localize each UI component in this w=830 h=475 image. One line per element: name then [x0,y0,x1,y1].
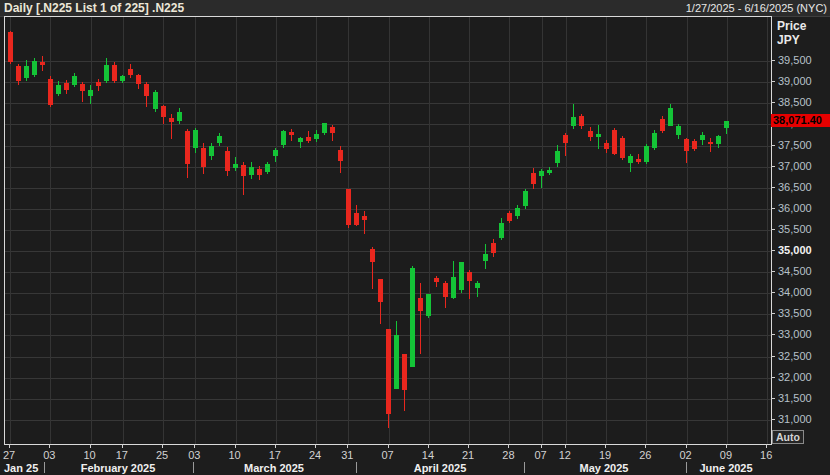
candle [40,62,45,65]
candle [579,116,584,126]
candle [370,249,375,263]
month-separator [686,462,687,473]
price-tick-mark [771,208,775,209]
date-tick-mark [194,444,195,448]
date-tick-mark [162,444,163,448]
candle [491,243,496,253]
candle [265,164,270,172]
candle [80,84,85,91]
candle-wick [710,138,711,152]
candle [338,150,343,162]
price-axis-title: Price JPY [777,19,806,47]
price-tick-label: 31,500 [778,392,812,404]
date-tick-mark [766,444,767,448]
candle [273,150,278,156]
month-label: May 2025 [580,462,629,474]
candle [394,335,399,389]
date-tick-label: 27 [0,449,22,461]
candle [588,131,593,138]
candle [64,83,69,91]
price-tick-label: 37,500 [778,139,812,151]
candle [636,159,641,162]
candle [410,268,415,367]
date-tick-label: 16 [753,449,779,461]
candle [531,173,536,185]
price-tick-label: 37,000 [778,160,812,172]
month-separator [524,462,525,473]
date-tick-mark [645,444,646,448]
candle [652,133,657,148]
title-bar: Daily [.N225 List 1 of 225] .N225 1/27/2… [0,0,830,17]
price-tick-mark [771,187,775,188]
date-gridline [687,17,688,444]
candle [169,118,174,122]
candle [32,61,37,75]
date-tick-mark [235,444,236,448]
candle [257,169,262,175]
candle [362,216,367,220]
chart-window: Daily [.N225 List 1 of 225] .N225 1/27/2… [0,0,830,475]
chart-title: Daily [.N225 List 1 of 225] .N225 [4,1,184,15]
candle [684,139,689,151]
candle [306,137,311,141]
candle [563,135,568,142]
candle [128,69,133,75]
date-tick-label: 02 [673,449,699,461]
candle [443,283,448,297]
date-gridline [566,17,567,444]
date-gridline [236,17,237,444]
date-tick-mark [275,444,276,448]
month-label: Jan 25 [4,462,38,474]
price-tick-label: 31,000 [778,413,812,425]
price-axis: 39,50039,00038,50038,00037,50037,00036,5… [770,16,830,443]
candle [668,108,673,126]
candle [523,191,528,206]
price-tick-mark [771,419,775,420]
date-tick-mark [686,444,687,448]
candle [185,131,190,164]
candle [322,123,327,133]
candle [330,127,335,133]
candle [56,85,61,94]
date-tick-mark [49,444,50,448]
candle [724,121,729,127]
candle-wick [420,283,421,355]
date-gridline [727,17,728,444]
candle [708,142,713,144]
price-tick-label: 33,500 [778,307,812,319]
date-gridline [195,17,196,444]
price-tick-mark [771,102,775,103]
candle [289,132,294,135]
date-tick-mark [90,444,91,448]
price-tick-mark [771,166,775,167]
date-gridline [348,17,349,444]
price-tick-label: 39,000 [778,75,812,87]
date-gridline [469,17,470,444]
date-gridline [163,17,164,444]
auto-scale-button[interactable]: Auto [772,430,804,444]
candle [716,136,721,144]
date-tick-mark [541,444,542,448]
candle [426,294,431,316]
plot-area[interactable] [4,16,772,445]
price-tick-label: 35,500 [778,223,812,235]
candle [177,112,182,121]
time-axis: 2703101725031017243107142128071219260209… [0,443,830,475]
candle [8,32,13,62]
candle [249,167,254,175]
last-price-box: 38,071.40 [771,114,830,127]
month-separator [193,462,194,473]
price-tick-mark [771,313,775,314]
date-tick-mark [605,444,606,448]
candle [660,119,665,131]
candle [700,135,705,140]
date-tick-label: 28 [495,449,521,461]
candle [547,170,552,173]
candle [539,171,544,176]
candle [24,66,29,78]
candle [217,136,222,143]
candle [378,279,383,303]
date-tick-label: 25 [149,449,175,461]
candle [459,262,464,289]
candle [16,66,21,81]
